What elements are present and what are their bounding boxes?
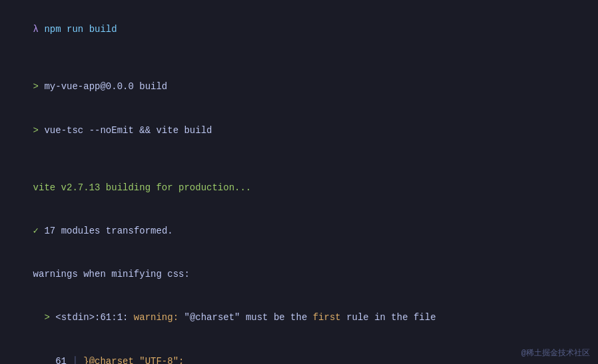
modules-line: ✓ 17 modules transformed.: [11, 210, 587, 254]
warn1-code-text: }@charset "UTF-8";: [83, 356, 184, 365]
warn1-label: warning:: [134, 312, 184, 323]
command-text: npm run build: [44, 24, 117, 35]
pkg-cmd-line: > vue-tsc --noEmit && vite build: [11, 109, 587, 152]
warn1-quote1: "@charset" must be the: [184, 312, 312, 323]
vite-version-text: vite v2.7.13 building for production...: [33, 182, 252, 193]
vite-version-line: vite v2.7.13 building for production...: [11, 167, 587, 210]
warnings-intro-text: warnings when minifying css:: [33, 269, 190, 279]
pkg-build-line: > my-vue-app@0.0.0 build: [11, 66, 587, 109]
modules-text: 17 modules transformed.: [44, 226, 172, 236]
pkg-build-text: my-vue-app@0.0.0 build: [44, 81, 167, 92]
warnings-intro-line: warnings when minifying css:: [11, 254, 587, 297]
pkg-cmd-text: vue-tsc --noEmit && vite build: [44, 125, 212, 136]
warn1-pipe: │: [72, 356, 83, 365]
warn1-arrow: >: [44, 312, 55, 323]
warn1-first: first: [313, 312, 341, 323]
lambda-symbol: λ: [33, 24, 45, 35]
warn1-code-line: 61 │ }@charset "UTF-8";: [11, 340, 587, 364]
blank-line-2: [11, 152, 587, 167]
arrow-icon-1: >: [33, 81, 45, 92]
warn1-linenum: 61: [33, 356, 73, 365]
terminal-window: λ npm run build > my-vue-app@0.0.0 build…: [0, 0, 598, 364]
warn1-header-line: > <stdin>:61:1: warning: "@charset" must…: [11, 297, 587, 340]
blank-line-1: [11, 51, 587, 66]
warn1-rest: rule in the file: [341, 312, 436, 323]
warn1-location: <stdin>:61:1:: [55, 312, 134, 323]
watermark: @稀土掘金技术社区: [521, 347, 590, 359]
checkmark-icon: ✓: [33, 226, 45, 236]
command-line: λ npm run build: [11, 8, 587, 51]
arrow-icon-2: >: [33, 125, 45, 136]
warn1-indent: [33, 312, 45, 323]
